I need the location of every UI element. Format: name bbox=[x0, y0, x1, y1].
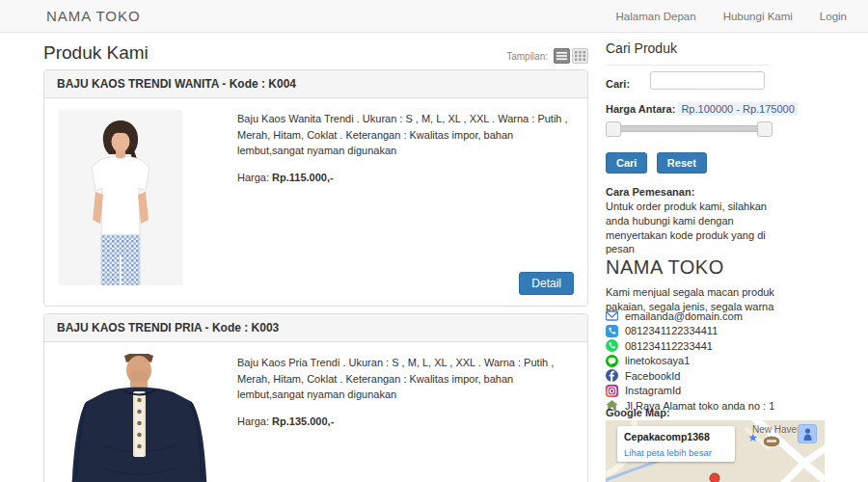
price-value: Rp.135.000,- bbox=[272, 415, 334, 427]
slider-handle-min[interactable] bbox=[606, 121, 621, 137]
line-icon bbox=[606, 355, 618, 367]
view-toggle: Tampilan: bbox=[506, 48, 588, 64]
reset-button[interactable]: Reset bbox=[657, 152, 707, 174]
contact-facebook[interactable]: FacebookId bbox=[606, 369, 774, 382]
search-field-row: Cari: bbox=[606, 74, 630, 92]
view-toggle-label: Tampilan: bbox=[506, 51, 548, 62]
whatsapp-icon bbox=[606, 339, 618, 352]
product-panel-k003: BAJU KAOS TRENDI PRIA - Kode : K003 bbox=[43, 313, 588, 482]
page-title: Produk Kami bbox=[43, 42, 149, 64]
search-section-title: Cari Produk bbox=[606, 40, 770, 66]
main-content: Produk Kami Tampilan: bbox=[43, 33, 588, 71]
detail-button[interactable]: Detail bbox=[519, 272, 574, 295]
facebook-icon bbox=[606, 369, 618, 382]
nav-halaman-depan[interactable]: Halaman Depan bbox=[616, 11, 696, 22]
sidebar: Cari Produk Cari: Harga Antara: Rp.10000… bbox=[606, 33, 837, 482]
nav-login[interactable]: Login bbox=[820, 11, 847, 22]
contact-line[interactable]: linetokosaya1 bbox=[606, 355, 774, 367]
email-icon bbox=[606, 309, 618, 322]
page: NAMA TOKO Halaman Depan Hubungi Kami Log… bbox=[0, 0, 868, 482]
cari-button[interactable]: Cari bbox=[606, 152, 647, 174]
brand-title: NAMA TOKO bbox=[46, 8, 141, 24]
product-image-woman-tshirt[interactable] bbox=[59, 110, 182, 289]
nav-links: Halaman Depan Hubungi Kami Login bbox=[589, 11, 847, 22]
list-view-icon bbox=[556, 51, 567, 61]
product-price-line: Harga: Rp.135.000,- bbox=[237, 414, 580, 430]
order-info-text: Untuk order produk kami, silahkan anda h… bbox=[606, 200, 784, 256]
page-header: Produk Kami Tampilan: bbox=[43, 39, 588, 71]
grid-view-button[interactable] bbox=[572, 48, 588, 64]
map-place-label: New Haven bbox=[752, 424, 802, 435]
price-label: Harga: bbox=[237, 172, 269, 183]
map-info-card: Cepakacomp1368 Lihat peta lebih besar ★ bbox=[617, 426, 735, 462]
contact-list: emailanda@domain.com 0812341122334411 08… bbox=[606, 309, 774, 415]
pegman-icon bbox=[802, 428, 813, 441]
product-description-text: Baju Kaos Wanita Trendi . Ukuran : S , M… bbox=[237, 111, 580, 159]
contact-instagram[interactable]: InstagramId bbox=[606, 385, 774, 397]
map-card-title: Cepakacomp1368 bbox=[624, 431, 728, 442]
product-description-text: Baju Kaos Pria Trendi . Ukuran : S , M, … bbox=[237, 355, 580, 403]
pegman-control[interactable] bbox=[798, 424, 817, 443]
price-range-row: Harga Antara: Rp.100000 - Rp.175000 bbox=[606, 103, 798, 115]
store-name-heading: NAMA TOKO bbox=[606, 256, 724, 279]
product-panel-k004: BAJU KAOS TRENDI WANITA - Kode : K004 bbox=[43, 69, 588, 307]
map-star-icon[interactable]: ★ bbox=[747, 431, 758, 444]
product-description: Baju Kaos Wanita Trendi . Ukuran : S , M… bbox=[237, 111, 580, 185]
product-body: Baju Kaos Wanita Trendi . Ukuran : S , M… bbox=[44, 98, 587, 308]
google-map-embed[interactable]: New Haven Cepakacomp1368 Lihat peta lebi… bbox=[606, 420, 825, 482]
price-range-value: Rp.100000 - Rp.175000 bbox=[678, 102, 797, 116]
product-image-man-henley[interactable] bbox=[54, 354, 226, 482]
price-value: Rp.115.000,- bbox=[272, 172, 334, 183]
search-field-label: Cari: bbox=[606, 78, 630, 90]
price-range-label: Harga Antara: bbox=[606, 103, 675, 115]
order-info-title: Cara Pemesanan: bbox=[606, 185, 784, 200]
navbar: NAMA TOKO Halaman Depan Hubungi Kami Log… bbox=[0, 0, 868, 33]
contact-phone[interactable]: 0812341122334411 bbox=[606, 325, 774, 337]
contact-email[interactable]: emailanda@domain.com bbox=[606, 309, 774, 322]
phone-icon bbox=[606, 325, 618, 337]
grid-view-icon bbox=[575, 51, 585, 61]
product-title: BAJU KAOS TRENDI WANITA - Kode : K004 bbox=[44, 70, 587, 98]
product-description: Baju Kaos Pria Trendi . Ukuran : S , M, … bbox=[237, 355, 580, 429]
search-buttons: Cari Reset bbox=[606, 152, 712, 174]
list-view-button[interactable] bbox=[554, 48, 570, 64]
instagram-icon bbox=[606, 385, 618, 397]
map-larger-link[interactable]: Lihat peta lebih besar bbox=[624, 447, 712, 458]
product-body: Baju Kaos Pria Trendi . Ukuran : S , M, … bbox=[44, 342, 587, 482]
product-title: BAJU KAOS TRENDI PRIA - Kode : K003 bbox=[44, 314, 587, 342]
price-label: Harga: bbox=[237, 415, 269, 427]
slider-handle-max[interactable] bbox=[757, 121, 773, 137]
nav-hubungi-kami[interactable]: Hubungi Kami bbox=[723, 11, 793, 22]
google-map-label: Google Map: bbox=[606, 407, 670, 418]
search-input[interactable] bbox=[650, 71, 765, 90]
order-info: Cara Pemesanan: Untuk order produk kami,… bbox=[606, 185, 784, 256]
price-range-slider[interactable] bbox=[606, 125, 773, 132]
contact-whatsapp[interactable]: 081234112233441 bbox=[606, 339, 774, 352]
product-price-line: Harga: Rp.115.000,- bbox=[237, 170, 580, 186]
